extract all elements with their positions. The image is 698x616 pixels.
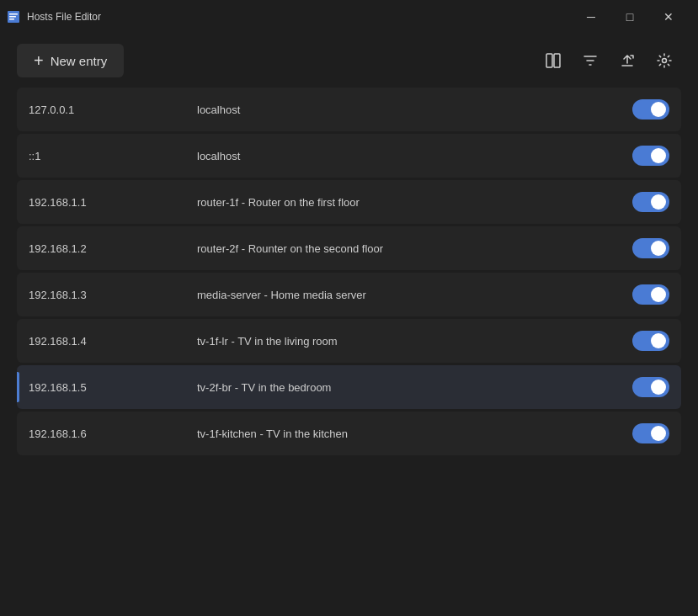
svg-point-6 <box>663 59 667 63</box>
host-item[interactable]: 192.168.1.1router-1f - Router on the fir… <box>17 180 681 224</box>
host-toggle[interactable] <box>632 99 669 119</box>
host-hostname: localhost <box>197 150 632 162</box>
host-hostname: router-1f - Router on the first floor <box>197 196 632 209</box>
toolbar: + New entry <box>0 34 698 88</box>
host-toggle[interactable] <box>632 284 669 305</box>
layout-button[interactable] <box>536 44 570 77</box>
app-icon <box>7 10 20 24</box>
toggle-slider <box>632 192 669 212</box>
export-button[interactable] <box>610 44 644 77</box>
new-entry-label: New entry <box>51 54 108 68</box>
host-item[interactable]: 192.168.1.5tv-2f-br - TV in the bedroom <box>17 365 681 409</box>
host-hostname: tv-1f-lr - TV in the living room <box>197 335 632 348</box>
plus-icon: + <box>34 52 44 69</box>
toggle-slider <box>632 238 669 258</box>
toggle-slider <box>632 423 669 443</box>
settings-icon <box>656 52 673 69</box>
toggle-slider <box>632 331 669 351</box>
toggle-slider <box>632 146 669 166</box>
host-hostname: router-2f - Rounter on the second floor <box>197 242 632 255</box>
svg-rect-1 <box>9 13 18 15</box>
toggle-slider <box>632 377 669 397</box>
host-hostname: tv-1f-kitchen - TV in the kitchen <box>197 427 632 440</box>
host-item[interactable]: 192.168.1.2router-2f - Rounter on the se… <box>17 226 681 270</box>
new-entry-button[interactable]: + New entry <box>17 44 124 77</box>
host-list: 127.0.0.1localhost::1localhost192.168.1.… <box>0 88 698 455</box>
layout-icon <box>545 52 562 69</box>
host-hostname: media-server - Home media server <box>197 289 632 301</box>
title-bar-controls: ─ □ ✕ <box>572 3 688 30</box>
host-ip: 192.168.1.3 <box>29 289 197 301</box>
host-item[interactable]: 192.168.1.6tv-1f-kitchen - TV in the kit… <box>17 412 681 455</box>
host-item[interactable]: 127.0.0.1localhost <box>17 88 681 131</box>
toolbar-right <box>536 44 681 77</box>
filter-button[interactable] <box>573 44 607 77</box>
host-toggle[interactable] <box>632 377 669 397</box>
title-bar-left: Hosts File Editor <box>7 10 101 24</box>
export-icon <box>619 52 636 69</box>
toggle-slider <box>632 99 669 119</box>
host-toggle[interactable] <box>632 423 669 443</box>
svg-rect-4 <box>546 54 552 67</box>
app-title: Hosts File Editor <box>27 11 101 23</box>
minimize-button[interactable]: ─ <box>572 3 610 30</box>
close-button[interactable]: ✕ <box>649 3 688 30</box>
host-toggle[interactable] <box>632 331 669 351</box>
filter-icon <box>582 52 599 69</box>
svg-rect-3 <box>9 19 14 20</box>
maximize-button[interactable]: □ <box>610 3 649 30</box>
host-toggle[interactable] <box>632 192 669 212</box>
host-ip: 192.168.1.4 <box>29 335 197 348</box>
host-ip: 192.168.1.6 <box>29 427 197 440</box>
svg-rect-2 <box>9 16 16 18</box>
host-item[interactable]: ::1localhost <box>17 134 681 178</box>
host-ip: 192.168.1.2 <box>29 242 197 255</box>
host-hostname: localhost <box>197 104 632 116</box>
host-item[interactable]: 192.168.1.3media-server - Home media ser… <box>17 273 681 316</box>
host-toggle[interactable] <box>632 238 669 258</box>
toggle-slider <box>632 284 669 305</box>
host-ip: 127.0.0.1 <box>29 104 197 116</box>
host-hostname: tv-2f-br - TV in the bedroom <box>197 381 632 394</box>
host-toggle[interactable] <box>632 146 669 166</box>
host-ip: ::1 <box>29 150 197 162</box>
settings-button[interactable] <box>647 44 681 77</box>
svg-rect-5 <box>554 54 560 67</box>
title-bar: Hosts File Editor ─ □ ✕ <box>0 0 698 34</box>
host-ip: 192.168.1.1 <box>29 196 197 209</box>
host-ip: 192.168.1.5 <box>29 381 197 394</box>
host-item[interactable]: 192.168.1.4tv-1f-lr - TV in the living r… <box>17 319 681 363</box>
